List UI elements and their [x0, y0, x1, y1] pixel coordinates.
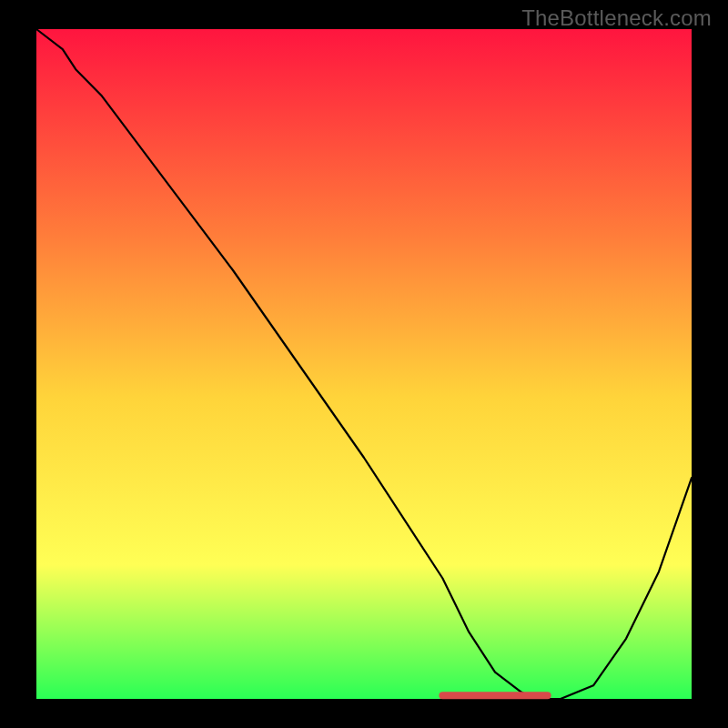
plot-gradient-background [36, 29, 692, 699]
chart-svg [0, 0, 728, 728]
watermark-text: TheBottleneck.com [521, 5, 712, 31]
chart-canvas: TheBottleneck.com [0, 0, 728, 728]
